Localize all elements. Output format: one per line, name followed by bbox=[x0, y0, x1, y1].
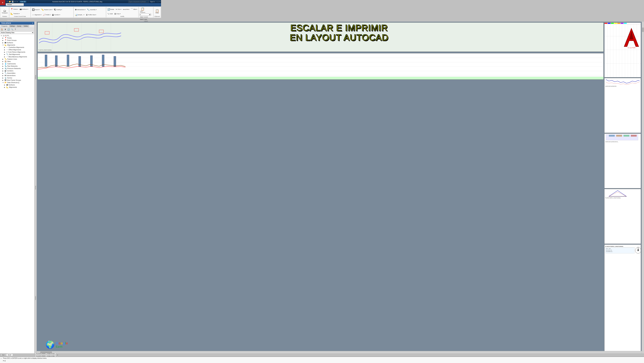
tree-item-15[interactable]: ▶🔧Assemblies bbox=[0, 72, 34, 74]
grading-btn[interactable]: 🏗 Grading ▾ bbox=[53, 8, 63, 11]
tree-item-11[interactable]: ▶💧Catchments bbox=[0, 63, 34, 65]
minimize-btn[interactable]: − bbox=[156, 1, 157, 3]
ts-btn-home[interactable]: 🏠 bbox=[0, 28, 4, 31]
tree-icon-17: 📡 bbox=[4, 77, 7, 79]
rotate-label: Rotate bbox=[110, 9, 114, 10]
ribbon-group-create-content: 📍 Points ▾ 🏔 Surfaces ▾ 📐 Traverse ▾ bbox=[10, 7, 30, 16]
sign-in-btn[interactable]: Sign In bbox=[150, 1, 155, 3]
tree-item-3[interactable]: ▼📐Alignments bbox=[0, 44, 34, 46]
tree-item-9[interactable]: ▶📏Feature Lines bbox=[0, 58, 34, 60]
layer-props-btn[interactable]: 📋 LayerProperties bbox=[139, 7, 146, 13]
ribbon-tab-home[interactable]: Home bbox=[6, 3, 24, 6]
ts-tab-prospector[interactable]: Prospector bbox=[0, 25, 9, 27]
ts-btn-filter[interactable]: 🔍 bbox=[10, 28, 14, 31]
array-btn[interactable]: ⊞ Array ▾ bbox=[114, 12, 121, 15]
tree-item-6[interactable]: ▶↩Curb Return Alignments bbox=[0, 51, 34, 53]
mirror-btn[interactable]: ⟺ Mirror bbox=[122, 8, 130, 11]
qa-redo[interactable]: ↪ bbox=[16, 1, 18, 3]
corridor-btn[interactable]: 🛣 Corridor ▾ bbox=[52, 13, 61, 16]
ts-btn-help[interactable]: ? bbox=[14, 28, 16, 31]
svg-rect-19 bbox=[67, 55, 69, 67]
make-current-btn[interactable]: Make Current bbox=[139, 16, 151, 18]
settings-label[interactable]: Settings bbox=[35, 75, 36, 79]
tree-item-17[interactable]: ▶📡Survey bbox=[0, 77, 34, 79]
tree-icon-3: 📐 bbox=[4, 44, 7, 46]
qa-save[interactable]: 💾 bbox=[12, 1, 14, 3]
profile-view-btn[interactable]: 🖥 Profile View ▾ bbox=[85, 13, 97, 16]
match-layer-btn[interactable]: Match Layer bbox=[139, 18, 151, 20]
tree-item-14[interactable]: ▶🛣Corridors bbox=[0, 70, 34, 72]
rotate-btn[interactable]: 🔄 Rotate bbox=[107, 8, 115, 11]
tree-item-10[interactable]: ▶🏠Sites bbox=[0, 60, 34, 63]
maximize-btn[interactable]: □ bbox=[158, 1, 158, 3]
paste-btn[interactable]: 📋 Paste bbox=[155, 9, 160, 14]
ts-tab-toolbox[interactable]: Toolbox bbox=[22, 25, 29, 27]
points-btn[interactable]: 📍 Points ▾ bbox=[10, 8, 19, 11]
ribbon-group-toolspace: 🗂 Toolspace Palettes bbox=[0, 7, 9, 18]
tree-icon-5: ↔ bbox=[6, 49, 8, 51]
assembly-btn[interactable]: 🔧 Assembly ▾ bbox=[86, 8, 97, 11]
tree-item-5[interactable]: ▶↔Offset Alignments bbox=[0, 49, 34, 51]
app-button[interactable]: A bbox=[0, 0, 5, 5]
parcel-btn[interactable]: 🔲 Parcel ▾ bbox=[32, 8, 40, 11]
profile-view-label: Profile View ▾ bbox=[88, 14, 96, 16]
alignment-btn[interactable]: ↔ Alignment ▾ bbox=[32, 13, 42, 16]
ribbon-group-toolspace-title: Palettes bbox=[2, 16, 7, 17]
tree-item-12[interactable]: ▶🔩Pipe Networks bbox=[0, 65, 34, 67]
feature-line-btn[interactable]: 📏 Feature Line ▾ bbox=[40, 8, 53, 11]
ts-tab-survey[interactable]: Survey bbox=[16, 25, 22, 27]
tree-item-13[interactable]: ▶🔩Pressure Networks bbox=[0, 67, 34, 70]
scale-btn[interactable]: ⤡ Scale bbox=[107, 12, 114, 15]
ribbon-group-clipboard: 📋 Paste Clipboard bbox=[154, 7, 161, 18]
filter-select[interactable]: Active Drawing View bbox=[0, 32, 34, 34]
tree-item-16[interactable]: ▶✚Intersections bbox=[0, 74, 34, 77]
close-btn[interactable]: × bbox=[160, 1, 160, 3]
qa-undo[interactable]: ↩ bbox=[14, 1, 16, 3]
ribbon-tabs: HomeInsertAnnotateModifyAnalyzeViewManag… bbox=[0, 3, 161, 7]
ts-tab-settings[interactable]: Settings bbox=[9, 25, 16, 27]
tree-item-20[interactable]: ▶🏔Surfaces bbox=[0, 84, 34, 86]
tree-item-21[interactable]: ▶📐Alignments bbox=[0, 86, 34, 88]
ts-btn-up[interactable]: ⬆ bbox=[4, 28, 6, 31]
tree-item-4[interactable]: ▶↔Centerline Alignments bbox=[0, 46, 34, 49]
profile-view[interactable] bbox=[38, 53, 161, 80]
tree-item-7[interactable]: ▶🔧Rail Alignments bbox=[0, 53, 34, 56]
layer-props-label: LayerProperties bbox=[140, 11, 145, 13]
alignment-icon: ↔ bbox=[32, 14, 34, 16]
search-input[interactable] bbox=[128, 1, 149, 3]
ts-btn-refresh[interactable]: 🔄 bbox=[7, 28, 10, 31]
tree-item-18[interactable]: ▶🖼View Frame Groups bbox=[0, 79, 34, 81]
ribbon-tab-manage[interactable]: Manage bbox=[6, 19, 24, 22]
layer-select[interactable]: 0 bbox=[139, 14, 151, 16]
sample-btn[interactable]: 📊 Sample... ▾ bbox=[74, 13, 85, 16]
rotate-icon: 🔄 bbox=[108, 8, 110, 11]
tree-label-7: Rail Alignments bbox=[9, 54, 20, 55]
tree-icon-16: ✚ bbox=[4, 75, 6, 77]
toolspace-close[interactable]: × bbox=[32, 23, 33, 24]
trim-btn[interactable]: ✂ Trim ▾ bbox=[115, 8, 122, 11]
ribbon-group-layers-content: 📋 LayerProperties 0 Make Current Match L… bbox=[139, 7, 152, 20]
tree-item-8[interactable]: ▶↔Miscellaneous Alignments bbox=[0, 56, 34, 58]
tree-item-2[interactable]: ▶🏔Surfaces bbox=[0, 42, 34, 44]
sample-label: Sample... ▾ bbox=[78, 14, 84, 16]
surfaces-btn[interactable]: 🏔 Surfaces ▾ bbox=[19, 8, 29, 11]
tree-item-19[interactable]: ▼📂Data Shortcuts [] bbox=[0, 81, 34, 84]
intersections-btn[interactable]: ✚ Intersections ▾ bbox=[74, 8, 86, 11]
overlay-text: ESCALAR E IMPRIMIR EN LAYOUT AUTOCAD bbox=[37, 23, 161, 43]
tree-root[interactable]: ▼🗂01.PL... bbox=[0, 35, 34, 37]
tree-label-10: Sites bbox=[7, 61, 11, 62]
tree-item-1[interactable]: ▶📍Point Groups bbox=[0, 39, 34, 42]
tree-item-0[interactable]: ▶📍Points bbox=[0, 37, 34, 39]
tree-toggle-12: ▶ bbox=[2, 65, 4, 67]
toolspace-btn[interactable]: 🗂 Toolspace bbox=[1, 9, 8, 14]
fillet-btn[interactable]: ⌒ Fillet ▾ bbox=[130, 8, 138, 11]
points-label: Points ▾ bbox=[13, 9, 18, 10]
profile-btn[interactable]: 📈 Profile ▾ bbox=[42, 13, 51, 16]
drawing-area[interactable]: PLANTA LONGITUDINAL bbox=[37, 22, 161, 91]
tree-label-4: Centerline Alignments bbox=[8, 47, 24, 48]
tree-label-12: Pipe Networks bbox=[7, 65, 18, 67]
qa-open[interactable]: 📂 bbox=[9, 1, 11, 3]
qa-new[interactable]: 🗋 bbox=[6, 1, 8, 3]
traverse-btn[interactable]: 📐 Traverse ▾ bbox=[10, 12, 20, 15]
toolspace-panel: TOOLSPACE × Prospector Settings Survey T… bbox=[0, 22, 34, 91]
